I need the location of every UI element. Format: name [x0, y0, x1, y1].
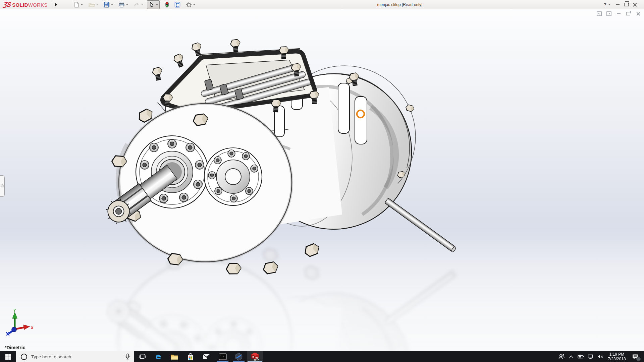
command-prompt-icon: C:\_ [219, 353, 227, 360]
show-left-pane-button[interactable] [596, 11, 602, 17]
cortana-icon [21, 354, 27, 360]
floor-reflection [0, 235, 644, 362]
triad-y-label: Y [13, 308, 16, 312]
pane-right-icon [606, 11, 611, 16]
minimize-icon [617, 13, 621, 14]
store-icon [187, 353, 194, 360]
doc-minimize-button[interactable] [615, 11, 622, 17]
task-view-icon [139, 354, 146, 359]
people-icon [558, 354, 565, 359]
show-desktop-button[interactable] [642, 351, 644, 362]
taskbar-app-command-prompt[interactable]: C:\_ [215, 351, 231, 362]
clock-time: 1:19 PM [609, 352, 625, 357]
show-right-pane-button[interactable] [605, 11, 612, 17]
chevron-up-icon [569, 355, 573, 358]
sw-year: 2017 [254, 359, 259, 361]
featuremanager-collapsed-tab[interactable] [0, 175, 5, 197]
taskbar-app-file-explorer[interactable] [166, 351, 182, 362]
start-button[interactable] [0, 351, 16, 362]
volume-button[interactable] [595, 351, 605, 362]
search-input[interactable] [31, 354, 121, 360]
taskbar-search[interactable] [16, 351, 134, 362]
taskbar-clock[interactable]: 1:19 PM 7/23/2018 [605, 351, 628, 362]
screen: ƷS SOLIDWORKS [0, 0, 644, 362]
cmd-label: C:\_ [220, 354, 225, 357]
people-button[interactable] [556, 351, 567, 362]
volume-muted-icon [597, 354, 603, 359]
microphone-icon[interactable] [125, 353, 130, 360]
hexagon-app-icon [235, 353, 243, 361]
file-explorer-icon [171, 354, 178, 360]
taskbar-app-mail[interactable] [199, 351, 215, 362]
restore-icon [626, 12, 630, 15]
taskbar-app-edge[interactable]: e [150, 351, 166, 362]
solidworks-2017-icon: S W 2017 [251, 352, 259, 361]
taskbar-app-store[interactable] [182, 351, 199, 362]
document-window-controls [596, 11, 641, 17]
doc-close-button[interactable] [635, 11, 641, 17]
triad-x-label: X [31, 326, 34, 330]
doc-restore-button[interactable] [625, 11, 632, 17]
view-orientation-label: *Dimetric [5, 345, 25, 350]
reference-triad: Y X [2, 308, 36, 339]
clock-date: 7/23/2018 [608, 357, 626, 361]
tray-overflow-button[interactable] [567, 351, 576, 362]
battery-button[interactable] [576, 351, 585, 362]
mail-icon [203, 354, 210, 360]
sw-s: S [252, 356, 254, 359]
taskbar: e [0, 351, 644, 362]
task-view-button[interactable] [134, 351, 150, 362]
action-center-button[interactable]: 3 [628, 351, 642, 362]
ethernet-icon [588, 354, 593, 359]
close-icon [636, 12, 640, 16]
taskbar-app-solidworks[interactable]: S W 2017 [247, 351, 263, 362]
graphics-viewport[interactable]: Y X *Dimetric [0, 9, 644, 351]
windows-logo-icon [5, 354, 11, 360]
system-tray: 1:19 PM 7/23/2018 3 [556, 351, 644, 362]
pane-left-icon [597, 11, 602, 16]
battery-charging-icon [578, 355, 584, 359]
notification-badge: 3 [636, 357, 641, 361]
gearbox-model-3d[interactable] [0, 0, 644, 362]
tab-dot-icon [1, 184, 4, 187]
edge-icon: e [156, 353, 161, 361]
taskbar-app-hexagon[interactable] [231, 351, 247, 362]
network-button[interactable] [585, 351, 595, 362]
